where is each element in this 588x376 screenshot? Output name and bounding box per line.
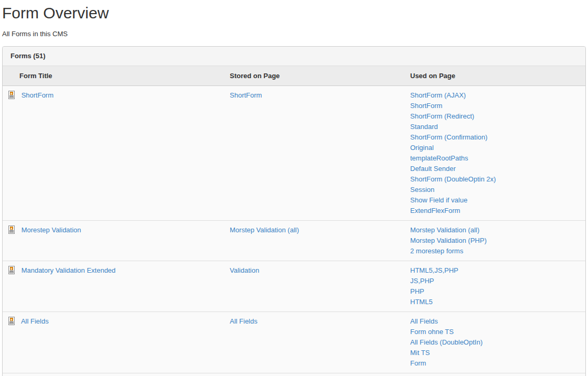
table-row-partial <box>3 373 585 376</box>
used-on-page-list: Morstep Validation (all)Morstep Validati… <box>410 225 581 256</box>
used-on-page-link[interactable]: ExtendFlexForm <box>410 207 460 214</box>
form-document-icon <box>7 91 16 99</box>
used-on-page-link[interactable]: Morstep Validation (all) <box>410 226 479 234</box>
used-on-page-link[interactable]: ShortForm (Confirmation) <box>410 133 487 141</box>
table-row: Mandatory Validation Extended Validation… <box>3 261 585 312</box>
column-header-form-title: Form Title <box>3 66 226 86</box>
used-on-page-link[interactable]: Show Field if value <box>410 196 467 204</box>
used-on-page-link[interactable]: ShortForm (Redirect) <box>410 112 474 120</box>
used-on-page-link[interactable]: Mit TS <box>410 349 430 357</box>
used-on-page-link[interactable]: HTML5,JS,PHP <box>410 266 458 274</box>
used-on-page-list: ShortForm (AJAX)ShortFormShortForm (Redi… <box>410 90 581 216</box>
used-on-page-link[interactable]: PHP <box>410 287 424 295</box>
table-row: Morestep Validation Morstep Validation (… <box>3 221 585 261</box>
form-overview-page: Form Overview All Forms in this CMS Form… <box>0 3 588 376</box>
used-on-page-link[interactable]: ShortForm (AJAX) <box>410 91 466 99</box>
used-on-page-link[interactable]: HTML5 <box>410 298 433 306</box>
used-on-page-link[interactable]: Original <box>410 144 434 152</box>
table-row: ShortForm ShortForm ShortForm (AJAX)Shor… <box>3 86 585 221</box>
forms-table: Form Title Stored on Page Used on Page S… <box>3 66 585 376</box>
used-on-page-list: HTML5,JS,PHPJS,PHPPHPHTML5 <box>410 265 581 307</box>
stored-on-page-link[interactable]: Morstep Validation (all) <box>230 226 299 234</box>
used-on-page-link[interactable]: ShortForm (DoubleOptin 2x) <box>410 175 496 183</box>
table-row: All Fields All Fields All FieldsForm ohn… <box>3 312 585 373</box>
column-header-stored-on-page: Stored on Page <box>226 66 406 86</box>
forms-panel-heading: Forms (51) <box>3 47 585 66</box>
used-on-page-link[interactable]: templateRootPaths <box>410 154 468 162</box>
form-document-icon <box>7 266 16 274</box>
form-document-icon <box>7 225 16 234</box>
used-on-page-link[interactable]: Morstep Validation (PHP) <box>410 237 487 244</box>
stored-on-page-link[interactable]: Validation <box>230 266 259 274</box>
column-header-used-on-page: Used on Page <box>406 66 585 86</box>
form-title-link[interactable]: All Fields <box>21 317 49 325</box>
form-title-link[interactable]: ShortForm <box>22 91 54 99</box>
form-document-icon <box>7 317 16 325</box>
forms-panel: Forms (51) Form Title Stored on Page Use… <box>2 46 586 376</box>
used-on-page-link[interactable]: Standard <box>410 123 438 131</box>
used-on-page-link[interactable]: Form ohne TS <box>410 328 454 336</box>
used-on-page-link[interactable]: All Fields <box>410 317 438 325</box>
used-on-page-link[interactable]: Session <box>410 186 434 194</box>
page-subtitle: All Forms in this CMS <box>2 30 586 38</box>
form-title-link[interactable]: Mandatory Validation Extended <box>22 266 116 274</box>
table-header-row: Form Title Stored on Page Used on Page <box>3 66 585 86</box>
used-on-page-link[interactable]: ShortForm <box>410 102 442 110</box>
used-on-page-list: All FieldsForm ohne TSAll Fields (Double… <box>410 316 581 369</box>
used-on-page-link[interactable]: Default Sender <box>410 165 456 173</box>
stored-on-page-link[interactable]: All Fields <box>230 317 258 325</box>
form-title-link[interactable]: Morestep Validation <box>22 226 81 234</box>
used-on-page-link[interactable]: Form <box>410 359 426 367</box>
page-title: Form Overview <box>2 3 586 23</box>
stored-on-page-link[interactable]: ShortForm <box>230 91 262 99</box>
used-on-page-link[interactable]: 2 morestep forms <box>410 247 463 255</box>
used-on-page-link[interactable]: JS,PHP <box>410 277 434 285</box>
used-on-page-link[interactable]: All Fields (DoubleOptIn) <box>410 338 483 346</box>
